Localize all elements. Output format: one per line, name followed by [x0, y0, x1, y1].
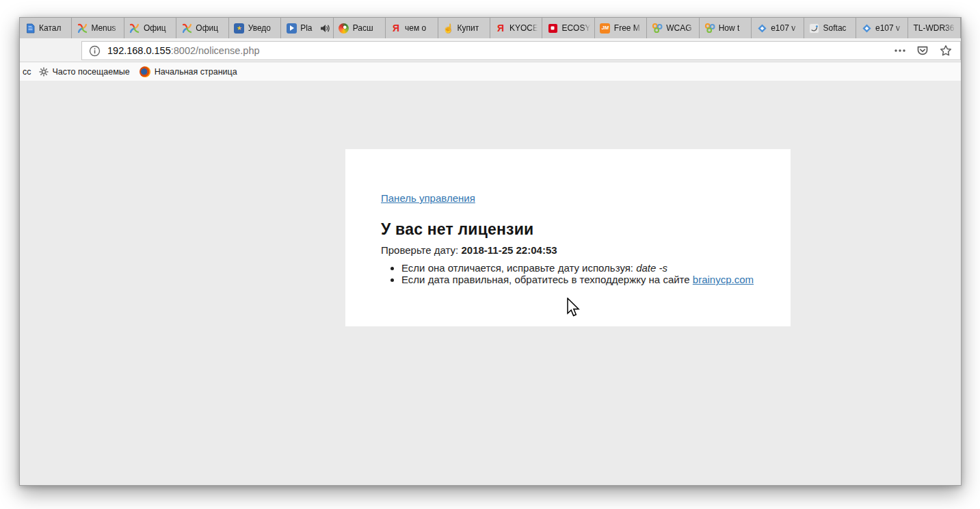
- browser-tab[interactable]: Расш: [334, 18, 386, 38]
- license-error-card: Панель управления У вас нет лицензии Про…: [345, 149, 791, 326]
- bookmarks-toolbar: сс Часто посещаемые Начальная страница: [20, 62, 961, 81]
- tab-label: Menus: [91, 23, 120, 33]
- bookmark-label: Начальная страница: [155, 67, 237, 77]
- browser-tab[interactable]: ☝Купит: [438, 18, 490, 38]
- tab-bar: Катал Menus Офиц Офиц★УведоPla РасшЯчем …: [20, 18, 961, 38]
- url-text[interactable]: 192.168.0.155:8002/nolicense.php: [107, 45, 260, 56]
- browser-tab[interactable]: ECOSY: [542, 18, 594, 38]
- browser-tab[interactable]: Menus: [72, 18, 124, 38]
- catalog-icon: [25, 23, 36, 34]
- tab-audio-icon[interactable]: [320, 24, 330, 33]
- browser-tab[interactable]: e107 v: [752, 18, 804, 38]
- browser-tab[interactable]: TL-WDR36: [908, 18, 960, 38]
- tab-label: Free M: [614, 23, 643, 33]
- browser-tab[interactable]: Офиц: [124, 18, 176, 38]
- extensions-icon: [339, 23, 349, 34]
- tab-label: Офиц: [196, 23, 224, 33]
- badge-icon: ★: [234, 23, 245, 34]
- url-bar[interactable]: 192.168.0.155:8002/nolicense.php: [81, 41, 961, 60]
- e107-icon: [861, 23, 872, 34]
- gear-icon: [39, 67, 49, 77]
- e107-icon: [756, 23, 767, 34]
- browser-tab[interactable]: ★Уведо: [229, 18, 281, 38]
- list-item: Если дата правильная, обратитесь в техпо…: [401, 274, 763, 285]
- joomla-icon: [77, 23, 88, 34]
- page-content: Панель управления У вас нет лицензии Про…: [20, 81, 961, 485]
- browser-tab[interactable]: JMFree M: [595, 18, 647, 38]
- jm-icon: JM: [600, 23, 611, 34]
- browser-window: Катал Menus Офиц Офиц★УведоPla РасшЯчем …: [19, 17, 962, 486]
- tab-label: How t: [719, 23, 747, 33]
- page-title: У вас нет лицензии: [381, 220, 763, 239]
- browser-tab[interactable]: Ячем о: [386, 18, 438, 38]
- tab-label: Pla: [300, 23, 316, 33]
- browser-tab[interactable]: How t: [700, 18, 752, 38]
- bookmark-item-homepage[interactable]: Начальная страница: [135, 62, 242, 81]
- bullet1-command: date -s: [636, 262, 667, 274]
- yandex-icon: Я: [495, 23, 506, 34]
- browser-tab[interactable]: e107 v: [856, 18, 908, 38]
- bullet1-text: Если она отличается, исправьте дату испо…: [401, 262, 636, 274]
- bullet2-text: Если дата правильная, обратитесь в техпо…: [401, 274, 693, 285]
- tab-label: чем о: [405, 23, 434, 33]
- url-domain: 192.168.0.155: [107, 45, 171, 56]
- check-date-label: Проверьте дату:: [381, 244, 461, 256]
- pocket-icon[interactable]: [916, 45, 929, 57]
- bookmark-star-icon[interactable]: [940, 44, 952, 57]
- list-item: Если она отличается, исправьте дату испо…: [401, 262, 763, 274]
- browser-tab[interactable]: Pla: [281, 18, 333, 38]
- bookmark-label: сс: [23, 67, 31, 77]
- tab-label: Офиц: [144, 23, 172, 33]
- tab-label: Softac: [823, 23, 852, 33]
- check-date-line: Проверьте дату: 2018-11-25 22:04:53: [381, 244, 763, 257]
- tab-label: ECOSY: [561, 23, 590, 33]
- brainycp-link[interactable]: brainycp.com: [693, 274, 754, 285]
- tab-label: KYOCE: [509, 23, 538, 33]
- joomla-icon: [129, 23, 140, 34]
- play-icon: [286, 23, 297, 34]
- control-panel-link[interactable]: Панель управления: [381, 192, 475, 204]
- tab-label: Купит: [458, 23, 486, 33]
- softaculous-icon: [809, 23, 820, 34]
- yandex-icon: Я: [390, 23, 401, 34]
- ecosys-icon: [547, 23, 558, 34]
- browser-tab[interactable]: ЯKYOCE: [490, 18, 542, 38]
- page-actions-icon[interactable]: [895, 49, 905, 52]
- instructions-list: Если она отличается, исправьте дату испо…: [381, 262, 763, 285]
- navigation-toolbar: 192.168.0.155:8002/nolicense.php: [20, 38, 961, 62]
- tab-label: TL-WDR36: [913, 23, 956, 33]
- firefox-icon: [140, 66, 150, 77]
- url-path: :8002/nolicense.php: [171, 45, 260, 56]
- bookmark-item-partial[interactable]: сс: [22, 62, 34, 81]
- circles-icon: [652, 23, 663, 34]
- check-date-value: 2018-11-25 22:04:53: [461, 244, 557, 256]
- joomla-icon: [181, 23, 192, 34]
- tab-label: Уведо: [248, 23, 277, 33]
- circles-icon: [704, 23, 715, 34]
- tab-label: WCAG: [666, 23, 695, 33]
- browser-tab[interactable]: WCAG: [647, 18, 699, 38]
- browser-tab[interactable]: Катал: [20, 18, 72, 38]
- tab-label: Расш: [353, 23, 382, 33]
- site-info-icon[interactable]: [89, 45, 101, 57]
- tab-label: e107 v: [771, 23, 799, 33]
- browser-tab[interactable]: Softac: [804, 18, 856, 38]
- tab-label: Катал: [39, 23, 68, 33]
- bookmark-label: Часто посещаемые: [53, 67, 130, 77]
- tab-label: e107 v: [875, 23, 904, 33]
- browser-tab[interactable]: Офиц: [176, 18, 228, 38]
- hand-pointer-icon: ☝: [443, 23, 454, 34]
- bookmark-item-frequent[interactable]: Часто посещаемые: [34, 62, 135, 81]
